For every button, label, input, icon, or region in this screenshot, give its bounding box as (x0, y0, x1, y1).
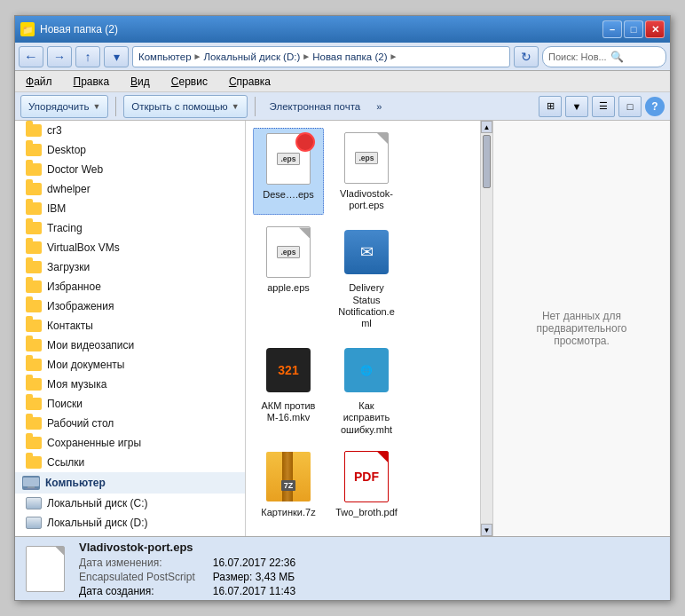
sidebar-item-ibm[interactable]: IBM (15, 199, 245, 218)
sidebar-item-сохраненные-игры[interactable]: Сохраненные игры (15, 433, 245, 453)
breadcrumb-drive[interactable]: Локальный диск (D:) (203, 51, 300, 62)
recent-locations-button[interactable]: ▾ (104, 46, 129, 67)
maximize-button[interactable]: □ (624, 20, 643, 38)
search-label: Поиск: Нов... (548, 51, 607, 62)
status-detail-grid: Дата изменения: 16.07.2017 22:36 Encapsu… (79, 557, 329, 597)
toolbar: Упорядочить ▼ Открыть с помощью ▼ Электр… (15, 92, 670, 121)
file-item-apple_eps[interactable]: .eps apple.eps (253, 222, 324, 333)
help-button[interactable]: ? (645, 97, 665, 116)
folder-icon (26, 202, 42, 215)
file-thumb: 7Z (262, 450, 315, 503)
sidebar-item-поиски[interactable]: Поиски (15, 394, 245, 414)
svg-rect-0 (23, 478, 39, 486)
window-title: Новая папка (2) (40, 23, 118, 36)
status-filename: Vladivostok-port.eps (79, 541, 329, 554)
status-bar: Vladivostok-port.eps Дата изменения: 16.… (15, 536, 670, 600)
sidebar-drive-локальный-диск-c-[interactable]: Локальный диск (C:) (15, 494, 245, 513)
eps-label: .eps (355, 152, 377, 164)
file-item-vladivostok_eps[interactable]: .eps Vladivostok-port.eps (331, 128, 402, 215)
scroll-up-button[interactable]: ▲ (481, 121, 492, 133)
file-grid: .eps Dese….eps .eps Vladivostok-port.eps… (246, 121, 480, 536)
folder-icon (26, 398, 42, 410)
sidebar-item-загрузки[interactable]: Загрузки (15, 257, 245, 277)
file-name: Картинки.7z (261, 507, 315, 518)
view-details-button[interactable]: ☰ (592, 96, 615, 117)
back-button[interactable]: ← (19, 46, 43, 67)
refresh-button[interactable]: ↻ (514, 46, 539, 67)
file-thumb: .eps (262, 132, 315, 186)
folder-icon (26, 241, 42, 254)
sidebar-computer-section[interactable]: Компьютер (15, 472, 245, 494)
sidebar-item-virtualbox-vms[interactable]: VirtualBox VMs (15, 238, 245, 257)
folder-icon (26, 183, 42, 195)
zip-icon: 7Z (266, 452, 311, 501)
menu-tools[interactable]: Сервис (168, 74, 211, 90)
sidebar-item-изображения[interactable]: Изображения (15, 296, 245, 316)
sidebar-item-cr3[interactable]: cr3 (15, 121, 245, 140)
title-bar-left: 📁 Новая папка (2) (20, 22, 118, 36)
file-thumb: 321 (262, 344, 315, 397)
folder-icon (26, 359, 42, 371)
toolbar-separator (115, 97, 116, 116)
file-item-deserted_eps[interactable]: .eps Dese….eps (253, 128, 324, 215)
folder-icon (26, 163, 42, 176)
menu-help[interactable]: Справка (225, 74, 274, 90)
file-item-kartinki_7z[interactable]: 7Z Картинки.7z (253, 446, 324, 522)
sidebar-item-мои-документы[interactable]: Мои документы (15, 355, 245, 375)
menu-view[interactable]: Вид (127, 74, 154, 90)
sidebar-item-tracing[interactable]: Tracing (15, 218, 245, 238)
up-button[interactable]: ↑ (75, 46, 100, 67)
file-item-delivery_eml[interactable]: ✉ Delivery Status Notification.eml (331, 222, 402, 333)
minimize-button[interactable]: – (602, 20, 622, 38)
eps-icon: .eps (266, 226, 311, 278)
view-preview-button[interactable]: □ (618, 96, 642, 117)
email-label: Электронная почта (270, 101, 361, 112)
sidebar-item-doctor-web[interactable]: Doctor Web (15, 160, 245, 179)
file-name: Delivery Status Notification.eml (335, 282, 398, 329)
view-grid-button[interactable]: ⊞ (539, 96, 562, 117)
file-item-akm_mkv[interactable]: 321 АКМ против M-16.mkv (253, 340, 324, 439)
sidebar-item-desktop[interactable]: Desktop (15, 140, 245, 160)
folder-window-icon: 📁 (20, 22, 35, 36)
more-tools-button[interactable]: » (373, 99, 385, 114)
sidebar-item-dwhelper[interactable]: dwhelper (15, 179, 245, 199)
forward-button[interactable]: → (47, 46, 72, 67)
file-thumb: .eps (262, 225, 315, 279)
menu-bar: Файл Правка Вид Сервис Справка (15, 71, 670, 92)
file-item-two_broth_pdf[interactable]: PDF Two_broth.pdf (331, 446, 402, 522)
file-name: Dese….eps (263, 189, 313, 201)
close-button[interactable]: ✕ (645, 20, 665, 38)
sidebar-item-ссылки[interactable]: Ссылки (15, 453, 245, 472)
menu-edit[interactable]: Правка (70, 74, 114, 90)
scroll-thumb[interactable] (483, 135, 491, 188)
status-info: Vladivostok-port.eps Дата изменения: 16.… (79, 541, 329, 597)
breadcrumb-folder[interactable]: Новая папка (2) (312, 51, 387, 62)
organize-button[interactable]: Упорядочить ▼ (20, 95, 108, 118)
menu-file[interactable]: Файл (22, 74, 56, 90)
sidebar-item-моя-музыка[interactable]: Моя музыка (15, 375, 245, 394)
no-preview-text: Нет данных для предварительного просмотр… (511, 310, 652, 347)
view-dropdown-button[interactable]: ▼ (565, 96, 588, 117)
mkv-icon: 321 (266, 348, 311, 392)
email-button[interactable]: Электронная почта (263, 95, 368, 118)
folder-icon (26, 300, 42, 312)
breadcrumb[interactable]: Компьютер ► Локальный диск (D:) ► Новая … (132, 46, 510, 67)
folder-icon (26, 261, 42, 273)
folder-icon (26, 456, 42, 469)
open-with-button[interactable]: Открыть с помощью ▼ (123, 95, 247, 118)
search-box[interactable]: Поиск: Нов... 🔍 (542, 46, 666, 67)
status-modified-label: Дата изменения: (79, 557, 195, 569)
file-name: Vladivostok-port.eps (335, 188, 398, 211)
scroll-down-button[interactable]: ▼ (481, 524, 492, 536)
sidebar-item-мои-видеозаписи[interactable]: Мои видеозаписи (15, 336, 245, 355)
folder-icon (26, 280, 42, 293)
file-area: .eps Dese….eps .eps Vladivostok-port.eps… (246, 121, 492, 536)
sidebar-item-избранное[interactable]: Избранное (15, 277, 245, 296)
sidebar-item-контакты[interactable]: Контакты (15, 316, 245, 336)
breadcrumb-computer[interactable]: Компьютер (138, 51, 192, 62)
file-item-kak_mht[interactable]: 🌐 Как исправить ошибку.mht (331, 340, 402, 439)
eps-label: .eps (277, 246, 299, 258)
sidebar-item-рабочий-стол[interactable]: Рабочий стол (15, 414, 245, 433)
sidebar-drive-локальный-диск-d-[interactable]: Локальный диск (D:) (15, 513, 245, 533)
vertical-scrollbar[interactable]: ▲ ▼ (480, 121, 492, 536)
